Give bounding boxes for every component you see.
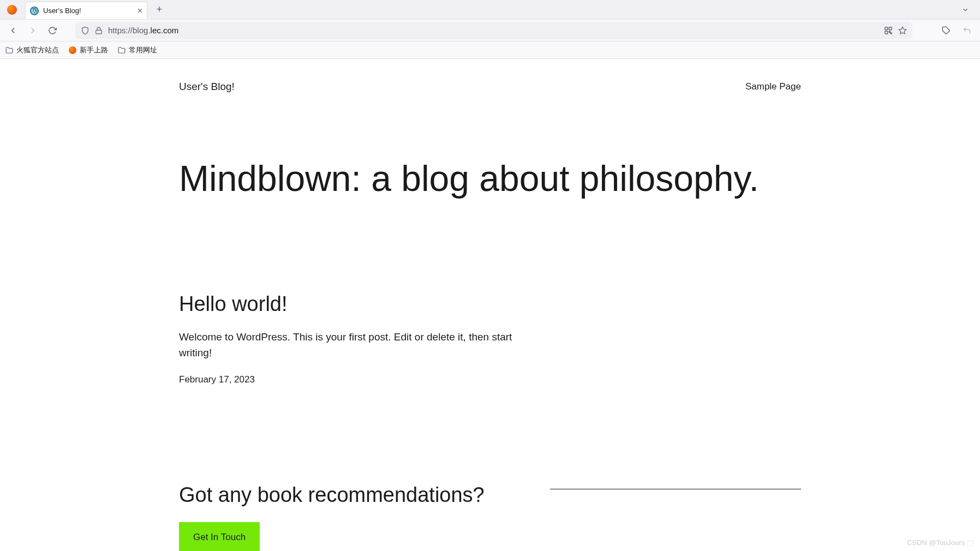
firefox-icon xyxy=(69,46,76,54)
divider-line xyxy=(550,489,801,551)
bookmark-label: 新手上路 xyxy=(80,45,108,55)
browser-tab-bar: User's Blog! × + xyxy=(0,0,980,20)
svg-rect-1 xyxy=(885,27,888,30)
svg-rect-5 xyxy=(891,33,892,34)
bookmark-label: 火狐官方站点 xyxy=(16,45,59,55)
browser-tab-active[interactable]: User's Blog! × xyxy=(25,2,147,19)
wordpress-icon xyxy=(30,7,39,15)
page-content: User's Blog! Sample Page Mindblown: a bl… xyxy=(0,59,980,551)
post-excerpt: Welcome to WordPress. This is your first… xyxy=(179,329,528,361)
svg-rect-2 xyxy=(889,27,892,30)
qr-icon[interactable] xyxy=(884,26,893,35)
blog-post: Hello world! Welcome to WordPress. This … xyxy=(179,292,528,385)
url-text: https://blog.lec.com xyxy=(108,26,879,35)
nav-link-sample-page[interactable]: Sample Page xyxy=(745,81,801,92)
bookmark-label: 常用网址 xyxy=(129,45,157,55)
firefox-app-icon xyxy=(7,4,17,15)
undo-icon[interactable] xyxy=(959,23,975,38)
bookmark-item[interactable]: 常用网址 xyxy=(118,45,157,55)
bookmark-star-icon[interactable] xyxy=(898,26,907,35)
shield-icon[interactable] xyxy=(81,26,89,35)
get-in-touch-button[interactable]: Get In Touch xyxy=(179,522,260,551)
lock-icon[interactable] xyxy=(95,27,103,34)
post-date: February 17, 2023 xyxy=(179,374,528,385)
svg-marker-6 xyxy=(899,27,906,34)
tabs-dropdown-icon[interactable] xyxy=(961,6,969,14)
hero-title: Mindblown: a blog about philosophy. xyxy=(179,158,801,200)
reload-button[interactable] xyxy=(45,23,60,38)
bookmark-item[interactable]: 火狐官方站点 xyxy=(5,45,59,55)
bookmarks-bar: 火狐官方站点 新手上路 常用网址 xyxy=(0,41,980,59)
site-header: User's Blog! Sample Page xyxy=(179,59,801,109)
watermark-text: CSDN @TouJours ⬚ xyxy=(907,538,973,547)
bookmark-item[interactable]: 新手上路 xyxy=(69,45,108,55)
cta-section: Got any book recommendations? Get In Tou… xyxy=(179,483,801,551)
post-title-link[interactable]: Hello world! xyxy=(179,292,528,316)
back-button[interactable] xyxy=(5,23,21,38)
close-tab-icon[interactable]: × xyxy=(138,7,142,15)
svg-rect-3 xyxy=(885,31,888,34)
tab-title: User's Blog! xyxy=(43,7,133,15)
forward-button[interactable] xyxy=(25,23,40,38)
folder-icon xyxy=(5,46,13,54)
svg-rect-4 xyxy=(889,31,890,32)
address-bar[interactable]: https://blog.lec.com xyxy=(75,22,912,39)
browser-toolbar: https://blog.lec.com xyxy=(0,20,980,41)
svg-rect-0 xyxy=(96,30,102,33)
folder-icon xyxy=(118,46,126,54)
cta-title: Got any book recommendations? xyxy=(179,483,485,507)
new-tab-button[interactable]: + xyxy=(152,2,167,17)
extension-icon[interactable] xyxy=(939,23,954,38)
site-title-link[interactable]: User's Blog! xyxy=(179,81,235,93)
